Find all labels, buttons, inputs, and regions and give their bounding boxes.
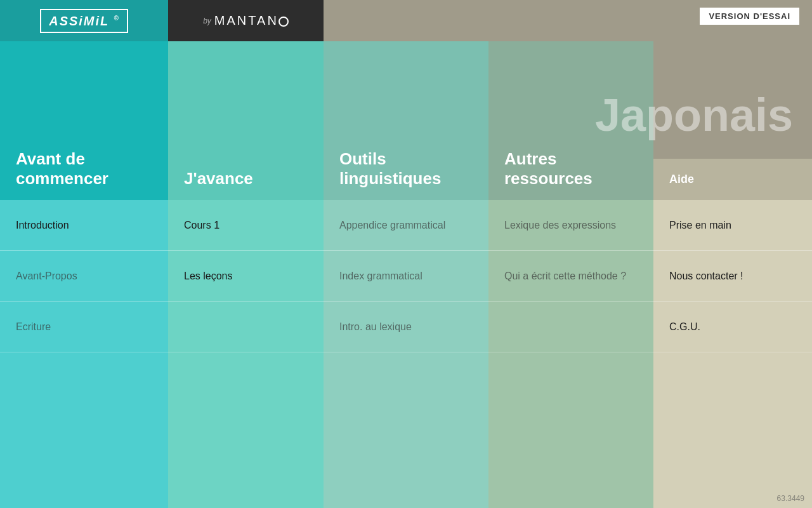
col5-category-title: Aide — [669, 173, 694, 186]
col-aide: Japonais Aide Prise en main Nous contact… — [653, 41, 812, 508]
col-javance: J'avance Cours 1 Les leçons — [168, 41, 324, 508]
col3-category-title: Outils linguistiques — [339, 149, 473, 189]
list-item[interactable]: Index grammatical — [324, 251, 488, 302]
list-item[interactable]: Introduction — [0, 200, 168, 251]
mantano-logo: by MANTAN — [203, 13, 289, 28]
list-item[interactable]: C.G.U. — [653, 302, 812, 352]
version-badge: VERSION D'ESSAI — [700, 8, 799, 25]
hero-javance: J'avance — [168, 41, 324, 200]
list-item-empty — [168, 302, 324, 352]
col2-items: Cours 1 Les leçons — [168, 200, 324, 508]
list-item[interactable]: Cours 1 — [168, 200, 324, 251]
version-number: 63.3449 — [777, 494, 804, 503]
list-item[interactable]: Appendice grammatical — [324, 200, 488, 251]
col1-category-title: Avant de commencer — [16, 149, 152, 189]
list-item[interactable]: Prise en main — [653, 200, 812, 251]
list-item[interactable]: Les leçons — [168, 251, 324, 302]
col5-category-row: Aide — [653, 159, 812, 200]
hero-outils: Outils linguistiques — [324, 41, 488, 200]
list-item[interactable]: Nous contacter ! — [653, 251, 812, 302]
col2-category-title: J'avance — [184, 169, 253, 189]
list-item[interactable]: Avant-Propos — [0, 251, 168, 302]
mantano-name: MANTAN — [214, 13, 278, 28]
list-item[interactable]: Qui a écrit cette méthode ? — [488, 251, 653, 302]
col3-items: Appendice grammatical Index grammatical … — [324, 200, 488, 508]
header: ASSiMiL ® by MANTAN VERSION D'ESSAI — [0, 0, 812, 41]
mantano-circle-icon — [278, 17, 289, 27]
col-outils: Outils linguistiques Appendice grammatic… — [324, 41, 488, 508]
col-avant-commencer: Avant de commencer Introduction Avant-Pr… — [0, 41, 168, 508]
japonais-title: Japonais — [595, 92, 793, 138]
col4-category-title: Autres ressources — [504, 149, 638, 189]
assimil-brand: ASSiMiL ® — [0, 0, 168, 41]
main-grid: Avant de commencer Introduction Avant-Pr… — [0, 41, 812, 508]
list-item[interactable]: Lexique des expressions — [488, 200, 653, 251]
col5-items: Aide Prise en main Nous contacter ! C.G.… — [653, 200, 812, 508]
assimil-logo: ASSiMiL ® — [40, 9, 128, 33]
hero-avant-commencer: Avant de commencer — [0, 41, 168, 200]
list-item[interactable]: Ecriture — [0, 302, 168, 352]
list-item-empty — [488, 302, 653, 352]
list-item[interactable]: Intro. au lexique — [324, 302, 488, 352]
header-right: VERSION D'ESSAI — [324, 0, 812, 41]
col4-items: Lexique des expressions Qui a écrit cett… — [488, 200, 653, 508]
mantano-brand: by MANTAN — [168, 0, 324, 41]
mantano-by-text: by — [203, 17, 211, 25]
col1-items: Introduction Avant-Propos Ecriture — [0, 200, 168, 508]
